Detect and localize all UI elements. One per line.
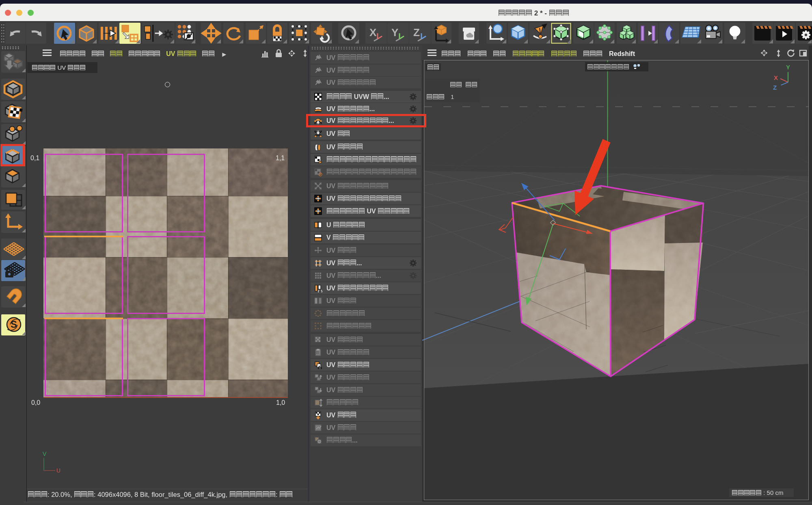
svg-text:U: U (56, 467, 60, 474)
svg-text:Z: Z (413, 26, 420, 39)
svg-text:X: X (369, 26, 377, 39)
svg-text:Y: Y (391, 26, 398, 39)
svg-text:Z: Z (773, 84, 777, 91)
svg-text:S: S (11, 319, 17, 330)
svg-text:X: X (774, 74, 778, 81)
svg-text:V: V (43, 451, 47, 457)
svg-text:Y: Y (786, 64, 790, 71)
